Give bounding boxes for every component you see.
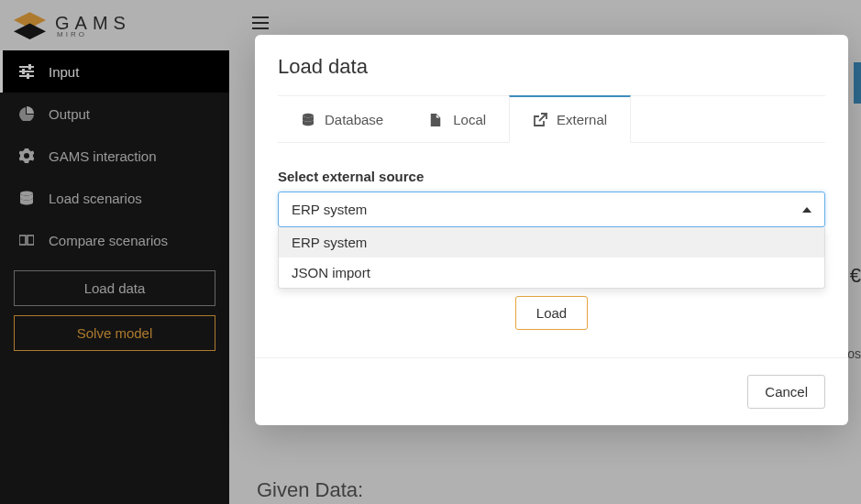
tab-external[interactable]: External [509, 95, 631, 143]
modal-tabs: Database Local External [278, 95, 825, 143]
external-link-icon [533, 113, 547, 127]
tab-local[interactable]: Local [406, 95, 509, 142]
load-button[interactable]: Load [515, 296, 588, 330]
tab-database[interactable]: Database [278, 95, 406, 142]
cancel-button[interactable]: Cancel [747, 375, 825, 409]
select-external-source-label: Select external source [278, 169, 825, 184]
file-icon [429, 113, 444, 127]
tab-label: Database [325, 112, 383, 127]
tab-label: Local [453, 112, 486, 127]
svg-point-14 [303, 113, 314, 116]
option-json-import[interactable]: JSON import [279, 257, 824, 288]
tab-label: External [557, 112, 607, 127]
select-value: ERP system [292, 202, 367, 217]
caret-up-icon [802, 207, 811, 213]
select-dropdown: ERP system JSON import [278, 227, 825, 289]
load-data-modal: Load data Database Local External Select… [255, 35, 848, 425]
modal-title: Load data [255, 35, 848, 95]
select-display[interactable]: ERP system [278, 192, 825, 227]
database-icon [301, 113, 315, 127]
option-erp-system[interactable]: ERP system [279, 227, 824, 257]
external-source-select[interactable]: ERP system ERP system JSON import [278, 192, 825, 227]
